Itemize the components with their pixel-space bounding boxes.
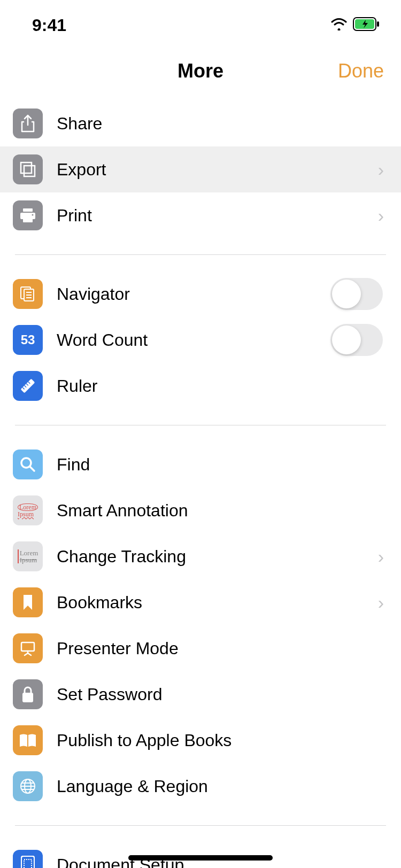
book-icon bbox=[13, 725, 43, 755]
wifi-icon bbox=[330, 18, 348, 33]
wordcount-label: Word Count bbox=[57, 330, 330, 350]
svg-rect-25 bbox=[22, 693, 33, 702]
export-icon bbox=[13, 154, 43, 184]
svg-rect-5 bbox=[23, 208, 33, 212]
svg-rect-7 bbox=[23, 218, 33, 222]
share-row[interactable]: Share bbox=[0, 100, 401, 146]
export-label: Export bbox=[57, 160, 378, 180]
presenter-mode-label: Presenter Mode bbox=[57, 639, 385, 658]
more-list: Share Export › Print › bbox=[0, 100, 401, 868]
svg-rect-4 bbox=[24, 166, 35, 176]
svg-point-8 bbox=[32, 214, 34, 216]
language-region-row[interactable]: Language & Region bbox=[0, 763, 401, 809]
wordcount-row[interactable]: 53 Word Count bbox=[0, 317, 401, 363]
chevron-right-icon: › bbox=[378, 546, 385, 567]
status-time: 9:41 bbox=[32, 15, 66, 35]
chevron-right-icon: › bbox=[378, 159, 385, 180]
smart-annotation-label: Smart Annotation bbox=[57, 501, 385, 521]
find-label: Find bbox=[57, 455, 385, 475]
wordcount-icon: 53 bbox=[13, 325, 43, 355]
svg-rect-3 bbox=[21, 162, 32, 173]
print-icon bbox=[13, 200, 43, 230]
bookmarks-icon bbox=[13, 587, 43, 617]
home-indicator[interactable] bbox=[128, 855, 273, 861]
done-button[interactable]: Done bbox=[338, 60, 384, 82]
nav-bar: More Done bbox=[0, 47, 401, 95]
language-region-label: Language & Region bbox=[57, 777, 385, 796]
publish-books-row[interactable]: Publish to Apple Books bbox=[0, 717, 401, 763]
status-icons bbox=[330, 17, 384, 33]
presenter-mode-icon bbox=[13, 633, 43, 663]
svg-rect-2 bbox=[377, 21, 379, 27]
navigator-label: Navigator bbox=[57, 284, 330, 304]
navigator-toggle[interactable] bbox=[330, 278, 383, 310]
share-label: Share bbox=[57, 114, 385, 134]
navigator-row[interactable]: Navigator bbox=[0, 271, 401, 317]
find-row[interactable]: Find bbox=[0, 441, 401, 487]
wordcount-badge: 53 bbox=[21, 332, 35, 347]
chevron-right-icon: › bbox=[378, 205, 385, 226]
page-title: More bbox=[178, 60, 223, 82]
svg-rect-31 bbox=[21, 856, 34, 868]
print-row[interactable]: Print › bbox=[0, 192, 401, 238]
document-setup-icon bbox=[13, 850, 43, 868]
bookmarks-label: Bookmarks bbox=[57, 593, 378, 613]
print-label: Print bbox=[57, 206, 378, 226]
battery-charging-icon bbox=[353, 17, 380, 33]
smart-annotation-row[interactable]: LoremIpsum Smart Annotation bbox=[0, 487, 401, 533]
change-tracking-icon: LoremIpsum bbox=[13, 541, 43, 571]
status-bar: 9:41 bbox=[0, 0, 401, 43]
set-password-label: Set Password bbox=[57, 685, 385, 704]
svg-line-24 bbox=[28, 653, 31, 655]
export-row[interactable]: Export › bbox=[0, 146, 401, 192]
svg-rect-14 bbox=[21, 379, 35, 393]
ruler-icon bbox=[13, 371, 43, 401]
ruler-row[interactable]: Ruler bbox=[0, 363, 401, 409]
change-tracking-label: Change Tracking bbox=[57, 547, 378, 567]
svg-line-20 bbox=[30, 467, 34, 471]
find-icon bbox=[13, 449, 43, 479]
ruler-label: Ruler bbox=[57, 376, 385, 396]
bookmarks-row[interactable]: Bookmarks › bbox=[0, 579, 401, 625]
lock-icon bbox=[13, 679, 43, 709]
change-tracking-row[interactable]: LoremIpsum Change Tracking › bbox=[0, 533, 401, 579]
smart-annotation-icon: LoremIpsum bbox=[13, 495, 43, 525]
chevron-right-icon: › bbox=[378, 592, 385, 613]
wordcount-toggle[interactable] bbox=[330, 324, 383, 356]
share-icon bbox=[13, 108, 43, 138]
globe-icon bbox=[13, 771, 43, 801]
svg-rect-21 bbox=[21, 642, 34, 651]
set-password-row[interactable]: Set Password bbox=[0, 671, 401, 717]
navigator-icon bbox=[13, 279, 43, 309]
presenter-mode-row[interactable]: Presenter Mode bbox=[0, 625, 401, 671]
publish-books-label: Publish to Apple Books bbox=[57, 731, 385, 750]
